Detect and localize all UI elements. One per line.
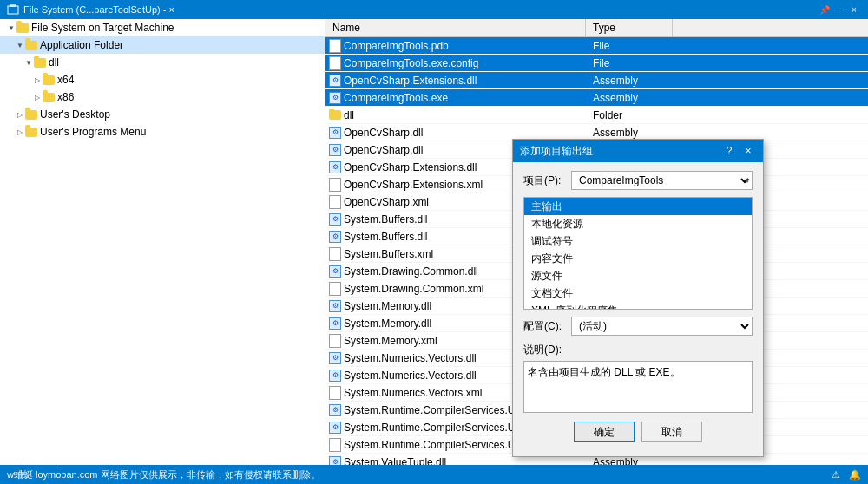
dialog-config-label: 配置(C): bbox=[523, 319, 571, 334]
add-output-group-dialog: 添加项目输出组 ? × 项目(P): CompareImgTools ▼ 主输出… bbox=[512, 139, 764, 457]
dialog-overlay: 添加项目输出组 ? × 项目(P): CompareImgTools ▼ 主输出… bbox=[0, 0, 868, 484]
dialog-list-item[interactable]: 本地化资源 bbox=[524, 215, 752, 232]
dialog-desc-box: 名含由项目生成的 DLL 或 EXE。 bbox=[523, 361, 753, 413]
dialog-project-select[interactable]: CompareImgTools bbox=[571, 171, 753, 190]
dialog-config-select-wrapper: (活动) bbox=[571, 317, 753, 336]
dialog-content: 项目(P): CompareImgTools ▼ 主输出本地化资源调试符号内容文… bbox=[513, 162, 763, 456]
dialog-list-item[interactable]: XML 序列化程序集 bbox=[524, 302, 752, 310]
dialog-project-row: 项目(P): CompareImgTools ▼ bbox=[523, 171, 753, 190]
dialog-close-button[interactable]: × bbox=[740, 143, 756, 159]
dialog-config-row: 配置(C): (活动) bbox=[523, 317, 753, 336]
dialog-list-item[interactable]: 内容文件 bbox=[524, 250, 752, 267]
dialog-help-button[interactable]: ? bbox=[721, 143, 737, 159]
dialog-list-item[interactable]: 文档文件 bbox=[524, 285, 752, 302]
dialog-title-bar: 添加项目输出组 ? × bbox=[513, 140, 763, 162]
dialog-list-item[interactable]: 源文件 bbox=[524, 267, 752, 285]
dialog-buttons: 确定 取消 bbox=[523, 422, 753, 448]
dialog-list-item[interactable]: 主输出 bbox=[524, 198, 752, 215]
dialog-config-select[interactable]: (活动) bbox=[571, 317, 753, 336]
dialog-title: 添加项目输出组 bbox=[520, 144, 593, 159]
dialog-desc-text: 名含由项目生成的 DLL 或 EXE。 bbox=[528, 366, 681, 378]
dialog-list-item[interactable]: 调试符号 bbox=[524, 232, 752, 250]
dialog-ok-button[interactable]: 确定 bbox=[574, 422, 635, 442]
dialog-desc-label: 说明(D): bbox=[523, 343, 753, 357]
dialog-output-listbox[interactable]: 主输出本地化资源调试符号内容文件源文件文档文件XML 序列化程序集 bbox=[523, 197, 753, 310]
dialog-project-label: 项目(P): bbox=[523, 173, 571, 188]
dialog-project-select-wrapper: CompareImgTools ▼ bbox=[571, 171, 753, 190]
dialog-cancel-button[interactable]: 取消 bbox=[641, 422, 702, 442]
